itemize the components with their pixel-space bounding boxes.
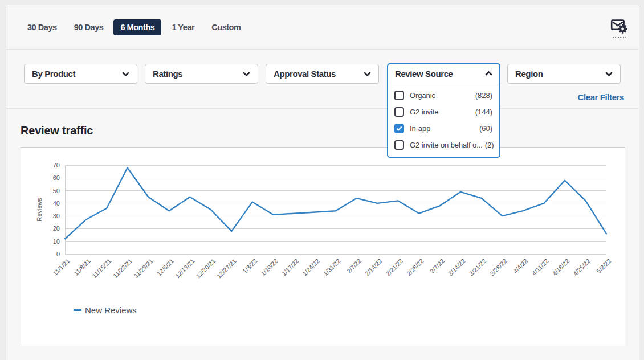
chevron-down-icon bbox=[605, 72, 613, 76]
gear-icon bbox=[618, 24, 627, 34]
dropdown-label: Approval Status bbox=[274, 69, 336, 79]
svg-text:11/29/21: 11/29/21 bbox=[132, 257, 154, 279]
svg-text:60: 60 bbox=[53, 174, 60, 181]
option-g2-invite-on-behalf-o[interactable]: G2 invite on behalf o...(2) bbox=[388, 137, 499, 153]
svg-text:3/21/22: 3/21/22 bbox=[468, 257, 487, 277]
checkbox-unchecked[interactable] bbox=[394, 107, 404, 117]
svg-text:20: 20 bbox=[53, 225, 60, 232]
svg-text:12/27/21: 12/27/21 bbox=[215, 257, 238, 280]
tab-1-year[interactable]: 1 Year bbox=[165, 19, 201, 35]
chevron-down-icon bbox=[243, 72, 250, 76]
svg-text:1/31/22: 1/31/22 bbox=[322, 257, 341, 277]
filter-dropdown-approval-status[interactable]: Approval Status bbox=[266, 64, 379, 84]
svg-text:11/8/21: 11/8/21 bbox=[72, 257, 92, 277]
svg-text:4/4/22: 4/4/22 bbox=[512, 257, 529, 275]
option-in-app[interactable]: In-app(60) bbox=[388, 120, 499, 137]
svg-text:2/7/22: 2/7/22 bbox=[345, 257, 362, 275]
svg-text:1/10/22: 1/10/22 bbox=[259, 257, 279, 277]
checkbox-unchecked[interactable] bbox=[394, 140, 404, 150]
svg-text:1/24/22: 1/24/22 bbox=[301, 257, 320, 277]
svg-text:0: 0 bbox=[56, 251, 60, 257]
checkbox-unchecked[interactable] bbox=[394, 91, 404, 100]
section-title: Review traffic bbox=[21, 124, 93, 137]
svg-text:12/6/21: 12/6/21 bbox=[156, 257, 175, 277]
tab-6-months[interactable]: 6 Months bbox=[113, 19, 161, 35]
chevron-down-icon bbox=[364, 72, 371, 76]
svg-text:10: 10 bbox=[53, 238, 60, 245]
svg-text:4/25/22: 4/25/22 bbox=[572, 257, 591, 277]
clear-filters-link[interactable]: Clear Filters bbox=[577, 92, 624, 102]
option-count: (2) bbox=[483, 141, 494, 149]
svg-text:12/13/21: 12/13/21 bbox=[174, 257, 196, 280]
dropdown-label: Review Source bbox=[395, 69, 453, 79]
review-source-options: Organic(828)G2 invite(144)In-app(60)G2 i… bbox=[388, 83, 499, 153]
svg-text:11/15/21: 11/15/21 bbox=[91, 257, 112, 279]
legend-label: New Reviews bbox=[85, 305, 137, 315]
review-source-dropdown-panel: Review Source Organic(828)G2 invite(144)… bbox=[387, 63, 500, 158]
svg-text:1/3/22: 1/3/22 bbox=[241, 257, 258, 275]
filter-dropdowns: By ProductRatingsApproval StatusReview S… bbox=[24, 64, 621, 84]
filter-dropdown-region[interactable]: Region bbox=[507, 64, 621, 84]
svg-text:3/14/22: 3/14/22 bbox=[447, 257, 466, 277]
tooltip-underline bbox=[612, 37, 626, 38]
chevron-up-icon bbox=[485, 71, 492, 76]
dashboard-panel: 30 Days90 Days6 Months1 YearCustom bbox=[6, 5, 639, 360]
svg-text:3/7/22: 3/7/22 bbox=[429, 257, 446, 275]
tab-90-days[interactable]: 90 Days bbox=[67, 19, 111, 35]
check-icon bbox=[396, 126, 402, 131]
svg-text:2/21/22: 2/21/22 bbox=[385, 257, 404, 277]
option-count: (144) bbox=[473, 108, 492, 116]
svg-text:12/20/21: 12/20/21 bbox=[194, 257, 217, 280]
svg-text:11/22/21: 11/22/21 bbox=[112, 257, 133, 279]
review-source-dropdown-toggle[interactable]: Review Source bbox=[388, 64, 499, 83]
dropdown-label: Ratings bbox=[153, 69, 182, 79]
svg-text:70: 70 bbox=[53, 162, 60, 169]
mail-settings-icon bbox=[610, 18, 627, 34]
svg-text:3/28/22: 3/28/22 bbox=[488, 257, 508, 277]
tab-30-days[interactable]: 30 Days bbox=[21, 19, 64, 35]
svg-text:11/1/21: 11/1/21 bbox=[52, 257, 71, 277]
option-label: Organic bbox=[410, 91, 435, 100]
option-organic[interactable]: Organic(828) bbox=[388, 87, 499, 104]
legend-line-marker bbox=[74, 309, 81, 311]
time-range-tabs: 30 Days90 Days6 Months1 YearCustom bbox=[6, 5, 639, 50]
svg-text:30: 30 bbox=[53, 212, 60, 219]
svg-text:Reviews: Reviews bbox=[36, 198, 43, 222]
svg-text:2/28/22: 2/28/22 bbox=[405, 257, 425, 277]
svg-text:4/18/22: 4/18/22 bbox=[551, 257, 570, 277]
line-chart-canvas: 010203040506070Reviews11/1/2111/8/2111/1… bbox=[21, 148, 625, 346]
dropdown-label: By Product bbox=[32, 69, 75, 79]
svg-text:2/14/22: 2/14/22 bbox=[364, 257, 383, 277]
chevron-down-icon bbox=[122, 72, 129, 76]
checkbox-checked[interactable] bbox=[394, 124, 404, 133]
svg-text:1/17/22: 1/17/22 bbox=[280, 257, 300, 277]
option-label: G2 invite on behalf o... bbox=[410, 141, 483, 149]
filter-dropdown-by-product[interactable]: By Product bbox=[24, 64, 137, 84]
svg-text:4/11/22: 4/11/22 bbox=[531, 257, 550, 277]
filters-bar: By ProductRatingsApproval StatusReview S… bbox=[6, 50, 639, 109]
email-report-button[interactable] bbox=[610, 18, 627, 38]
svg-text:50: 50 bbox=[53, 187, 60, 194]
legend-item-new-reviews[interactable]: New Reviews bbox=[74, 305, 137, 315]
review-traffic-chart: 010203040506070Reviews11/1/2111/8/2111/1… bbox=[21, 147, 625, 346]
filter-dropdown-ratings[interactable]: Ratings bbox=[145, 64, 258, 84]
option-count: (828) bbox=[473, 91, 492, 100]
option-g2-invite[interactable]: G2 invite(144) bbox=[388, 104, 499, 120]
tab-custom[interactable]: Custom bbox=[205, 19, 247, 35]
option-count: (60) bbox=[477, 124, 492, 133]
option-label: G2 invite bbox=[410, 108, 438, 116]
svg-text:5/2/22: 5/2/22 bbox=[595, 257, 612, 275]
option-label: In-app bbox=[410, 124, 430, 133]
dropdown-label: Region bbox=[515, 69, 543, 79]
svg-text:40: 40 bbox=[53, 200, 60, 207]
